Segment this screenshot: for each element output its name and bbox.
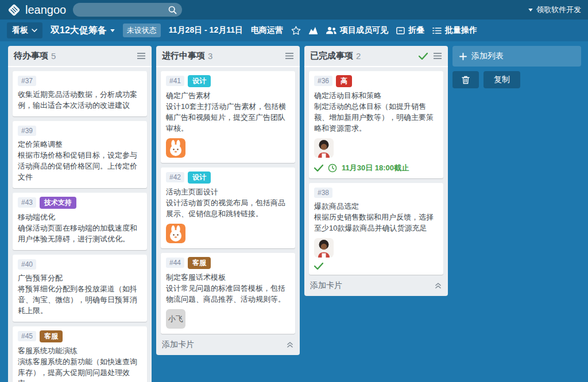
card-meta: #45客服 [18,330,142,342]
leangoo-logo-icon [7,3,21,17]
card[interactable]: #37收集近期竞品活动数据，分析成功案例，输出适合本次活动的改进建议 [13,71,147,116]
status-badge[interactable]: 未设状态 [123,24,161,37]
card[interactable]: #39定价策略调整 根据市场价格和促销目标，设定参与活动商品的促销价格区间。上传… [13,121,147,188]
card-meta: #39 [18,125,142,136]
caret-down-icon [528,9,533,11]
add-card-button[interactable]: 添加卡片 [156,334,300,355]
collapse-label: 折叠 [408,25,424,36]
members-visible-label: 项目成员可见 [340,25,388,36]
list-menu-icon[interactable] [285,52,294,60]
card-tag: 高 [336,75,352,87]
card-id-badge: #41 [166,76,184,86]
members-visibility-button[interactable]: 项目成员可见 [326,25,388,36]
global-search[interactable] [73,3,182,17]
date-range[interactable]: 11月28日 - 12月11日 [169,25,243,36]
card-text: 广告预算分配 将预算细化分配到各投放渠道（如抖音、淘宝、微信），明确每日预算消耗… [18,273,142,317]
app-logo[interactable]: leangoo [7,3,66,17]
copy-list-button[interactable]: 复制 [483,71,520,88]
card-text: 活动主页面设计 设计活动首页的视觉布局，包括商品展示、促销信息和跳转链接。 [166,187,290,220]
card[interactable]: #42设计活动主页面设计 设计活动首页的视觉布局，包括商品展示、促销信息和跳转链… [161,167,295,248]
board-category[interactable]: 电商运营 [251,25,283,36]
star-icon[interactable] [291,26,301,35]
card[interactable]: #36高确定活动目标和策略 制定活动的总体目标（如提升销售额、增加新用户数等），… [309,71,443,178]
card-tag: 技术支持 [40,197,76,209]
card-id-badge: #43 [18,197,36,208]
list-title: 进行中事项 [162,50,205,61]
batch-label: 批量操作 [445,25,477,36]
card-id-badge: #40 [18,259,36,270]
card[interactable]: #41设计确定广告素材 设计10套主打活动广告素材，包括横幅广告和视频短片，提交… [161,71,295,163]
board-title-menu[interactable]: 双12大促筹备 [51,25,115,37]
list-header[interactable]: 进行中事项3 [156,46,300,67]
list-count: 5 [51,51,56,61]
logo-text: leangoo [25,3,66,17]
caret-down-icon [110,29,115,32]
member-avatar[interactable] [166,138,185,158]
card[interactable]: #38爆款商品选定 根据历史销售数据和用户反馈，选择至少10款爆款商品并确认货源… [309,183,443,275]
card-id-badge: #39 [18,126,36,136]
list-header-icons [285,52,294,60]
check-icon [314,263,323,270]
card-text: 收集近期竞品活动数据，分析成功案例，输出适合本次活动的改进建议 [18,89,142,111]
card-id-badge: #45 [18,331,36,341]
collapse-chevrons-icon[interactable] [434,282,442,289]
card-tag: 设计 [188,171,211,184]
add-card-label: 添加卡片 [310,280,342,291]
list: 进行中事项3#41设计确定广告素材 设计10套主打活动广告素材，包括横幅广告和视… [156,46,300,355]
member-avatar[interactable] [314,238,334,258]
member-avatar[interactable] [166,224,185,243]
chart-icon[interactable] [308,26,318,34]
card-tag: 客服 [188,257,211,269]
add-list-label: 添加列表 [471,51,504,61]
list-header[interactable]: 待办事项5 [8,46,152,67]
card-text: 确定活动目标和策略 制定活动的总体目标（如提升销售额、增加新用户数等），明确主要… [314,91,438,134]
search-icon[interactable] [168,6,177,14]
lists-container: 待办事项5#37收集近期竞品活动数据，分析成功案例，输出适合本次活动的改进建议#… [8,46,448,382]
card-text: 定价策略调整 根据市场价格和促销目标，设定参与活动商品的促销价格区间。上传定价文… [18,139,142,183]
trash-icon [462,76,470,84]
search-input[interactable] [78,6,168,14]
workspace-switcher[interactable]: 领歌软件开发 [528,5,581,15]
card[interactable]: #44客服制定客服话术模板 设计常见问题的标准回答模板，包括物流问题、商品推荐、… [161,253,295,334]
list-title: 待办事项 [14,50,48,61]
card-id-badge: #37 [18,76,36,86]
card-id-badge: #42 [166,172,184,182]
card-list: #37收集近期竞品活动数据，分析成功案例，输出适合本次活动的改进建议#39定价策… [8,67,152,382]
collapse-icon [396,27,405,34]
collapse-button[interactable]: 折叠 [396,25,424,36]
top-header: leangoo 领歌软件开发 [0,0,588,20]
card[interactable]: #43技术支持移动端优化 确保活动页面在移动端的加载速度和用户体验无障碍，进行测… [13,193,147,250]
card-meta: #42设计 [166,171,290,184]
list-header[interactable]: 已完成事项2 [304,46,448,67]
collapse-chevrons-icon[interactable] [286,341,294,348]
add-card-label: 添加卡片 [162,340,194,350]
card-text: 制定客服话术模板 设计常见问题的标准回答模板，包括物流问题、商品推荐、活动规则等… [166,272,290,305]
list-menu-icon[interactable] [137,52,146,60]
list-menu-icon[interactable] [433,52,442,60]
copy-label: 复制 [494,75,510,85]
board-canvas: 待办事项5#37收集近期竞品活动数据，分析成功案例，输出适合本次活动的改进建议#… [0,41,588,382]
batch-icon [432,27,442,34]
list-header-icons [419,52,442,60]
card-text: 客服系统功能演练 演练客服系统的新功能（如快速查询库存），提高大促期间问题处理效… [18,346,142,382]
list-count: 3 [208,51,212,61]
list-done-check-icon [419,53,428,60]
view-switcher-button[interactable]: 看板 [7,22,42,38]
card[interactable]: #40广告预算分配 将预算细化分配到各投放渠道（如抖音、淘宝、微信），明确每日预… [13,255,147,322]
card-status-row [314,263,438,270]
add-card-button[interactable]: 添加卡片 [304,275,448,296]
card-meta: #40 [18,259,142,270]
add-list-button[interactable]: 添加列表 [452,46,581,67]
member-avatar[interactable]: 小飞 [166,309,185,329]
member-avatar[interactable] [314,138,334,158]
check-icon [314,165,323,171]
batch-operations-button[interactable]: 批量操作 [432,25,477,36]
delete-list-button[interactable] [452,71,479,88]
list: 待办事项5#37收集近期竞品活动数据，分析成功案例，输出适合本次活动的改进建议#… [8,46,152,382]
plus-icon [459,53,467,60]
card-text: 确定广告素材 设计10套主打活动广告素材，包括横幅广告和视频短片，提交至广告团队… [166,91,290,134]
card[interactable]: #45客服客服系统功能演练 演练客服系统的新功能（如快速查询库存），提高大促期间… [13,326,147,382]
card-meta: #36高 [314,75,438,87]
board-toolbar: 看板 双12大促筹备 未设状态 11月28日 - 12月11日 电商运营 项目成… [0,20,588,41]
card-id-badge: #36 [314,76,332,86]
